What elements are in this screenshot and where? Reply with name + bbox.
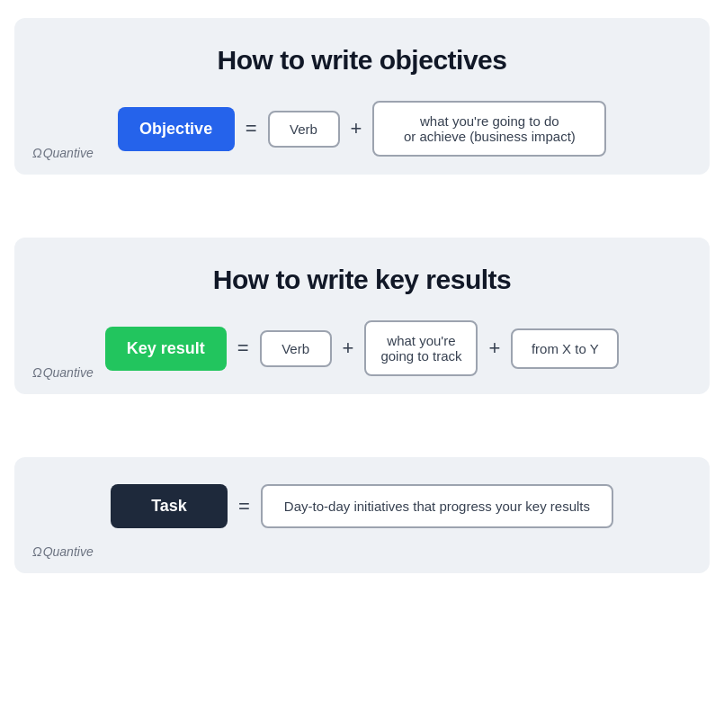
task-badge: Task (111, 484, 228, 528)
description-box-1: what you're going to do or achieve (busi… (372, 101, 606, 157)
objective-badge: Objective (118, 107, 235, 151)
quantive-logo-2: Ω Quantive (32, 365, 94, 380)
key-results-section: How to write key results Key result = Ve… (14, 238, 710, 394)
equals-symbol-3: = (237, 495, 252, 518)
range-box: from X to Y (511, 328, 619, 369)
tasks-section: Task = Day-to-day initiatives that progr… (14, 457, 710, 573)
objectives-section: How to write objectives Objective = Verb… (14, 18, 710, 175)
tasks-formula: Task = Day-to-day initiatives that progr… (32, 484, 692, 528)
key-results-title: How to write key results (32, 265, 692, 295)
task-description-box: Day-to-day initiatives that progress you… (261, 484, 613, 528)
track-box: what you're going to track (364, 320, 478, 376)
quantive-logo-3: Ω Quantive (32, 544, 94, 559)
verb-box-2: Verb (260, 330, 332, 367)
objectives-formula: Objective = Verb + what you're going to … (32, 101, 692, 157)
key-results-formula: Key result = Verb + what you're going to… (32, 320, 692, 376)
plus-symbol-3: + (487, 337, 502, 360)
equals-symbol-1: = (244, 117, 259, 140)
quantive-logo-1: Ω Quantive (32, 146, 94, 160)
equals-symbol-2: = (236, 337, 251, 360)
plus-symbol-1: + (349, 117, 364, 140)
objectives-title: How to write objectives (32, 45, 692, 76)
plus-symbol-2: + (341, 337, 356, 360)
verb-box-1: Verb (268, 111, 340, 148)
key-result-badge: Key result (105, 327, 227, 371)
